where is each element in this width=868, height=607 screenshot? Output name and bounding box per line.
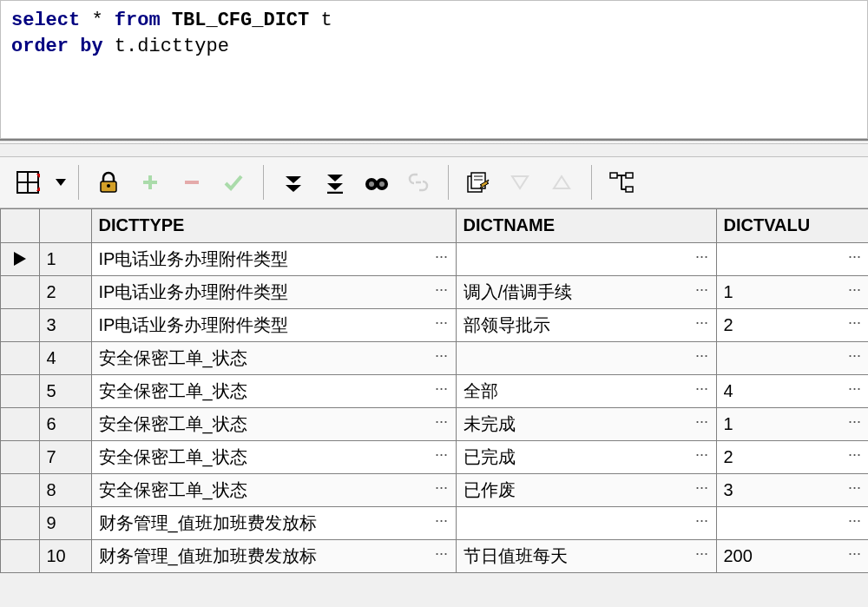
- cell-dictvalue[interactable]: 3···: [716, 473, 868, 506]
- cell-dicttype[interactable]: IP电话业务办理附件类型···: [91, 308, 456, 341]
- cell-dictvalue[interactable]: ···: [716, 341, 868, 374]
- cell-dictvalue[interactable]: ···: [716, 242, 868, 275]
- cell-expand-button[interactable]: ···: [690, 545, 714, 566]
- cell-dictname[interactable]: 全部···: [456, 374, 716, 407]
- cell-dictvalue[interactable]: 2···: [716, 440, 868, 473]
- cell-dictvalue[interactable]: 2···: [716, 308, 868, 341]
- cell-expand-button[interactable]: ···: [430, 545, 454, 566]
- cell-expand-button[interactable]: ···: [843, 248, 867, 269]
- table-row[interactable]: 4安全保密工单_状态·········: [1, 341, 868, 374]
- fetch-all-button[interactable]: [318, 165, 352, 200]
- cell-expand-button[interactable]: ···: [430, 512, 454, 533]
- cell-dictname[interactable]: 节日值班每天···: [456, 539, 716, 572]
- cell-expand-button[interactable]: ···: [690, 479, 714, 500]
- cell-dictname[interactable]: ···: [456, 242, 716, 275]
- cell-expand-button[interactable]: ···: [690, 446, 714, 467]
- cell-expand-button[interactable]: ···: [843, 413, 867, 434]
- table-row[interactable]: 7安全保密工单_状态···已完成···2···: [1, 440, 868, 473]
- row-marker[interactable]: [1, 242, 39, 275]
- cell-expand-button[interactable]: ···: [690, 281, 714, 302]
- cell-dicttype[interactable]: 安全保密工单_状态···: [91, 341, 456, 374]
- cell-dicttype[interactable]: IP电话业务办理附件类型···: [91, 242, 456, 275]
- row-marker[interactable]: [1, 440, 39, 473]
- separator: [591, 165, 592, 200]
- cell-expand-button[interactable]: ···: [843, 479, 867, 500]
- separator: [448, 165, 449, 200]
- dropdown-arrow-icon[interactable]: [56, 179, 66, 186]
- cell-expand-button[interactable]: ···: [843, 347, 867, 368]
- row-marker[interactable]: [1, 341, 39, 374]
- table-row[interactable]: 5安全保密工单_状态···全部···4···: [1, 374, 868, 407]
- cell-dicttype[interactable]: 安全保密工单_状态···: [91, 473, 456, 506]
- col-header-dictname[interactable]: DICTNAME: [456, 209, 716, 242]
- cell-expand-button[interactable]: ···: [690, 413, 714, 434]
- cell-dictname[interactable]: 部领导批示···: [456, 308, 716, 341]
- cell-dictname[interactable]: 已完成···: [456, 440, 716, 473]
- cell-expand-button[interactable]: ···: [690, 347, 714, 368]
- cell-expand-button[interactable]: ···: [843, 545, 867, 566]
- cell-dicttype[interactable]: 财务管理_值班加班费发放标···: [91, 506, 456, 539]
- cell-dictname[interactable]: 未完成···: [456, 407, 716, 440]
- cell-dictname[interactable]: ···: [456, 341, 716, 374]
- results-grid[interactable]: DICTTYPE DICTNAME DICTVALU 1IP电话业务办理附件类型…: [0, 208, 868, 573]
- row-marker[interactable]: [1, 374, 39, 407]
- cell-dictvalue[interactable]: 1···: [716, 407, 868, 440]
- table-row[interactable]: 3IP电话业务办理附件类型···部领导批示···2···: [1, 308, 868, 341]
- col-header-dictvalue[interactable]: DICTVALU: [716, 209, 868, 242]
- cell-text: 财务管理_值班加班费发放标: [99, 511, 449, 535]
- cell-expand-button[interactable]: ···: [690, 248, 714, 269]
- row-number: 1: [39, 242, 91, 275]
- table-row[interactable]: 2IP电话业务办理附件类型···调入/借调手续···1···: [1, 275, 868, 308]
- cell-dictvalue[interactable]: ···: [716, 506, 868, 539]
- row-marker[interactable]: [1, 308, 39, 341]
- cell-expand-button[interactable]: ···: [843, 281, 867, 302]
- cell-dictvalue[interactable]: 200···: [716, 539, 868, 572]
- sql-editor[interactable]: select * from TBL_CFG_DICT t order by t.…: [0, 0, 868, 139]
- tree-icon: [608, 171, 635, 194]
- cell-expand-button[interactable]: ···: [843, 380, 867, 401]
- row-marker[interactable]: [1, 275, 39, 308]
- cell-expand-button[interactable]: ···: [430, 347, 454, 368]
- lock-button[interactable]: [91, 165, 126, 200]
- cell-dicttype[interactable]: 安全保密工单_状态···: [91, 440, 456, 473]
- svg-point-10: [379, 181, 385, 187]
- cell-expand-button[interactable]: ···: [843, 512, 867, 533]
- cell-expand-button[interactable]: ···: [430, 446, 454, 467]
- cell-expand-button[interactable]: ···: [690, 380, 714, 401]
- cell-expand-button[interactable]: ···: [690, 512, 714, 533]
- table-row[interactable]: 1IP电话业务办理附件类型·········: [1, 242, 868, 275]
- cell-dicttype[interactable]: IP电话业务办理附件类型···: [91, 275, 456, 308]
- cell-expand-button[interactable]: ···: [843, 314, 867, 335]
- row-marker[interactable]: [1, 506, 39, 539]
- col-header-dicttype[interactable]: DICTTYPE: [91, 209, 456, 242]
- cell-expand-button[interactable]: ···: [430, 281, 454, 302]
- cell-expand-button[interactable]: ···: [430, 479, 454, 500]
- cell-expand-button[interactable]: ···: [430, 248, 454, 269]
- cell-expand-button[interactable]: ···: [843, 446, 867, 467]
- cell-dicttype[interactable]: 安全保密工单_状态···: [91, 407, 456, 440]
- table-row[interactable]: 6安全保密工单_状态···未完成···1···: [1, 407, 868, 440]
- query-builder-button[interactable]: [604, 165, 639, 200]
- fetch-page-button[interactable]: [276, 165, 311, 200]
- cell-dictvalue[interactable]: 1···: [716, 275, 868, 308]
- row-marker[interactable]: [1, 539, 39, 572]
- row-marker[interactable]: [1, 407, 39, 440]
- cell-dicttype[interactable]: 安全保密工单_状态···: [91, 374, 456, 407]
- cell-dictvalue[interactable]: 4···: [716, 374, 868, 407]
- cell-dicttype[interactable]: 财务管理_值班加班费发放标···: [91, 539, 456, 572]
- cell-expand-button[interactable]: ···: [430, 413, 454, 434]
- table-row[interactable]: 9财务管理_值班加班费发放标·········: [1, 506, 868, 539]
- row-marker[interactable]: [1, 473, 39, 506]
- cell-dictname[interactable]: 调入/借调手续···: [456, 275, 716, 308]
- cell-dictname[interactable]: ···: [456, 506, 716, 539]
- cell-expand-button[interactable]: ···: [690, 314, 714, 335]
- table-row[interactable]: 10财务管理_值班加班费发放标···节日值班每天···200···: [1, 539, 868, 572]
- cell-expand-button[interactable]: ···: [430, 380, 454, 401]
- export-icon: [466, 171, 490, 194]
- find-button[interactable]: [359, 165, 394, 200]
- export-button[interactable]: [461, 165, 496, 200]
- grid-view-button[interactable]: [10, 165, 45, 200]
- table-row[interactable]: 8安全保密工单_状态···已作废···3···: [1, 473, 868, 506]
- cell-dictname[interactable]: 已作废···: [456, 473, 716, 506]
- cell-expand-button[interactable]: ···: [430, 314, 454, 335]
